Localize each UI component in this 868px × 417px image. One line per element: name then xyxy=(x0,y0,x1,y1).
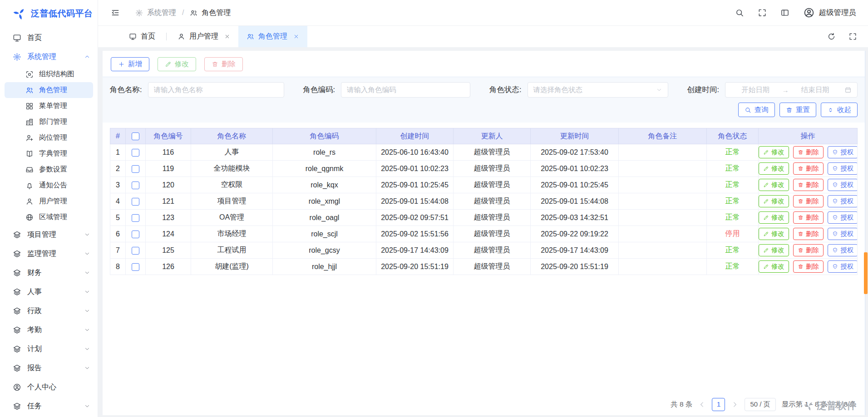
role-status-select[interactable]: 请选择角色状态 xyxy=(528,82,668,98)
globe-icon xyxy=(25,213,34,221)
row-authorize-button[interactable]: 授权 xyxy=(828,260,858,273)
row-edit-button[interactable]: 修改 xyxy=(759,260,789,273)
row-delete-button[interactable]: 删除 xyxy=(793,162,824,175)
delete-button[interactable]: 删除 xyxy=(204,57,243,71)
close-icon[interactable] xyxy=(224,34,230,39)
search-icon[interactable] xyxy=(735,8,744,17)
fullscreen-icon[interactable] xyxy=(848,32,857,41)
row-checkbox[interactable] xyxy=(132,198,139,206)
cell-actions: 修改删除授权 xyxy=(759,259,858,275)
cell-created: 2025-06-10 16:43:40 xyxy=(376,144,454,161)
book-icon xyxy=(25,150,34,158)
scrollbar-thumb[interactable] xyxy=(864,252,868,294)
total-count-label: 共 8 条 xyxy=(671,400,692,409)
refresh-icon[interactable] xyxy=(827,32,836,41)
cell-role_code: role_gcsy xyxy=(273,242,376,259)
chevron-down-icon xyxy=(84,346,90,352)
edit-button[interactable]: 修改 xyxy=(158,57,196,71)
row-delete-button[interactable]: 删除 xyxy=(793,146,824,158)
row-delete-button[interactable]: 删除 xyxy=(793,260,824,273)
sidebar-item-param-settings[interactable]: 参数设置 xyxy=(0,162,98,177)
prev-page-icon[interactable] xyxy=(698,401,706,408)
sidebar-item-project-management[interactable]: 项目管理 xyxy=(0,225,98,244)
query-button[interactable]: 查询 xyxy=(738,103,775,117)
sidebar-item-menu-management[interactable]: 菜单管理 xyxy=(0,98,98,114)
close-icon[interactable] xyxy=(293,34,299,39)
row-authorize-button[interactable]: 授权 xyxy=(828,195,858,207)
row-authorize-button[interactable]: 授权 xyxy=(828,244,858,256)
sidebar-item-administration[interactable]: 行政 xyxy=(0,301,98,320)
sidebar-item-home[interactable]: 首页 xyxy=(0,28,98,47)
sidebar-item-task[interactable]: 任务 xyxy=(0,397,98,416)
avatar-icon xyxy=(803,7,815,19)
row-checkbox[interactable] xyxy=(132,182,139,189)
fullscreen-icon[interactable] xyxy=(758,8,767,17)
sidebar-item-notice[interactable]: 通知公告 xyxy=(0,177,98,193)
row-edit-button[interactable]: 修改 xyxy=(759,195,789,207)
row-edit-button[interactable]: 修改 xyxy=(759,244,789,256)
current-page-button[interactable]: 1 xyxy=(712,398,725,411)
sidebar-item-dict-management[interactable]: 字典管理 xyxy=(0,146,98,162)
next-page-icon[interactable] xyxy=(731,401,739,408)
sidebar-item-org-chart[interactable]: 组织结构图 xyxy=(0,66,98,82)
row-checkbox[interactable] xyxy=(132,149,139,157)
row-authorize-button[interactable]: 授权 xyxy=(828,179,858,191)
row-delete-button[interactable]: 删除 xyxy=(793,244,824,256)
row-authorize-button[interactable]: 授权 xyxy=(828,228,858,240)
sidebar-item-system-management[interactable]: 系统管理 xyxy=(0,47,98,66)
sidebar-item-user-management[interactable]: 用户管理 xyxy=(0,193,98,209)
row-delete-button[interactable]: 删除 xyxy=(793,195,824,207)
brand-logo[interactable]: 泛普低代码平台 xyxy=(0,0,98,27)
sidebar-item-dept-management[interactable]: 部门管理 xyxy=(0,114,98,130)
row-delete-button[interactable]: 删除 xyxy=(793,211,824,224)
row-checkbox[interactable] xyxy=(132,247,139,255)
collapse-filter-button[interactable]: 收起 xyxy=(821,103,858,117)
user-menu[interactable]: 超级管理员 xyxy=(803,7,857,19)
cell-checkbox xyxy=(126,193,146,210)
sidebar-collapse-icon[interactable] xyxy=(111,8,120,17)
row-checkbox[interactable] xyxy=(132,231,139,238)
sidebar-item-post-management[interactable]: 岗位管理 xyxy=(0,130,98,146)
up-down-icon xyxy=(827,107,834,113)
sidebar-item-hr[interactable]: 人事 xyxy=(0,282,98,301)
chevron-down-icon xyxy=(84,250,90,257)
breadcrumb-item-system[interactable]: 系统管理 xyxy=(147,8,176,18)
table-row: 4121项目管理role_xmgl2025-09-01 15:44:08超级管理… xyxy=(110,193,858,210)
sidebar-item-report[interactable]: 报告 xyxy=(0,358,98,378)
sidebar-item-attendance[interactable]: 考勤 xyxy=(0,320,98,339)
tab-home[interactable]: 首页 xyxy=(121,26,163,47)
sidebar-item-finance[interactable]: 财务 xyxy=(0,263,98,282)
status-badge: 正常 xyxy=(725,148,740,156)
row-checkbox[interactable] xyxy=(132,165,139,173)
layout-icon[interactable] xyxy=(780,8,789,17)
row-authorize-button[interactable]: 授权 xyxy=(828,211,858,224)
sidebar-item-role-management[interactable]: 角色管理 xyxy=(5,82,93,98)
row-edit-button[interactable]: 修改 xyxy=(759,228,789,240)
row-delete-button[interactable]: 删除 xyxy=(793,179,824,191)
create-time-range-picker[interactable]: 开始日期 → 结束日期 xyxy=(725,82,858,98)
sidebar-item-supervision-management[interactable]: 监理管理 xyxy=(0,244,98,263)
select-all-checkbox[interactable] xyxy=(132,132,139,140)
role-name-input[interactable] xyxy=(148,82,284,98)
sidebar-item-personal-center[interactable]: 个人中心 xyxy=(0,378,98,397)
row-edit-button[interactable]: 修改 xyxy=(759,162,789,175)
row-checkbox[interactable] xyxy=(132,214,139,222)
sidebar-item-region-management[interactable]: 区域管理 xyxy=(0,209,98,225)
role-code-input[interactable] xyxy=(341,82,470,98)
row-edit-button[interactable]: 修改 xyxy=(759,211,789,224)
sidebar-item-plan[interactable]: 计划 xyxy=(0,339,98,358)
row-edit-button[interactable]: 修改 xyxy=(759,179,789,191)
add-button[interactable]: 新增 xyxy=(111,57,149,71)
row-delete-button[interactable]: 删除 xyxy=(793,228,824,240)
reset-button[interactable]: 重置 xyxy=(779,103,816,117)
row-authorize-button[interactable]: 授权 xyxy=(828,146,858,158)
page-size-select[interactable]: 50 / 页 xyxy=(745,398,775,411)
row-checkbox[interactable] xyxy=(132,263,139,271)
edit-icon xyxy=(763,264,769,270)
tab-role-management[interactable]: 角色管理 xyxy=(238,26,307,47)
row-authorize-button[interactable]: 授权 xyxy=(828,162,858,175)
trash-icon xyxy=(798,231,804,237)
table-body: 1116人事role_rs2025-06-10 16:43:40超级管理员202… xyxy=(110,144,858,275)
tab-user-management[interactable]: 用户管理 xyxy=(169,26,238,47)
row-edit-button[interactable]: 修改 xyxy=(759,146,789,158)
